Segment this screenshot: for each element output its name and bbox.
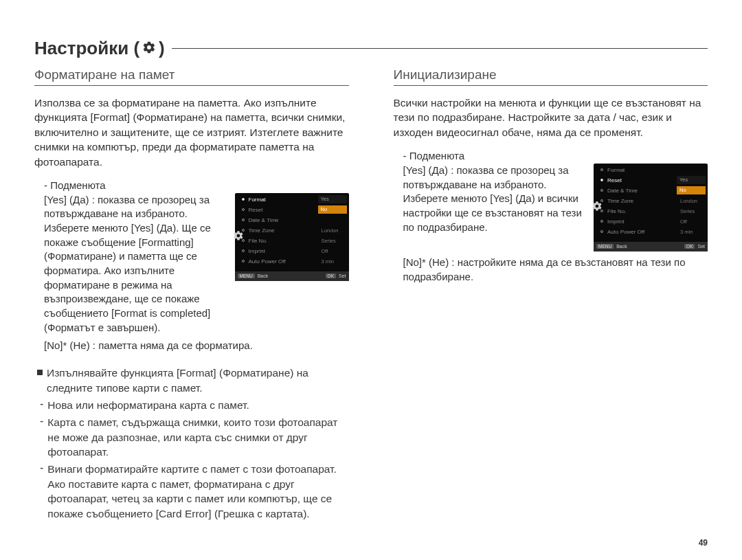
reset-yes-label: [Yes] (Да) : <box>403 164 454 176</box>
lcd-set-label: Set <box>697 244 705 249</box>
lcd-ok-button: OK <box>684 244 695 249</box>
lcd-option-yes: Yes <box>318 195 347 203</box>
format-yes-label: [Yes] (Да) : <box>44 194 95 205</box>
lcd-menu-button: MENU <box>238 273 255 278</box>
lcd-item: Format <box>607 167 708 173</box>
format-dash-1: Нова или неформатирана карта с памет. <box>47 398 348 412</box>
lcd-item: Date & Time <box>249 217 322 223</box>
column-format: Форматиране на памет Използва се за форм… <box>34 67 349 521</box>
reset-intro: Всички настройки на менюта и функции ще … <box>394 96 708 139</box>
format-no-row: [No]* (Не) : паметта няма да се форматир… <box>34 339 349 353</box>
format-dash-3: Винаги форматирайте картите с памет с то… <box>47 462 348 521</box>
format-submenus-label: - Подменюта <box>34 179 349 193</box>
lcd-menu-button: MENU <box>596 244 614 249</box>
title-rule <box>172 48 708 49</box>
lcd-screenshot-format: Format Yes Reset No Date & Time Time Zon… <box>235 193 349 281</box>
lcd-option-yes: Yes <box>677 176 706 184</box>
format-no-label: [No]* (Не) : <box>44 339 95 351</box>
lcd-set-label: Set <box>339 273 346 278</box>
lcd-screenshot-reset: Format Reset Yes Date & Time No Time Zon… <box>594 164 708 251</box>
lcd-bottom-bar: MENU Back OK Set <box>235 271 349 281</box>
lcd-item: Imprint <box>249 248 322 254</box>
reset-no-row: [No]* (Не) : настройките няма да се възс… <box>394 256 708 284</box>
section-heading-format: Форматиране на памет <box>34 67 349 86</box>
page-title-prefix: Настройки ( <box>34 38 139 59</box>
lcd-item: Auto Power Off <box>249 258 322 265</box>
lcd-item: File No. <box>249 238 322 244</box>
page-title: Настройки ( ) <box>34 38 708 59</box>
format-yes-text: показва се прозорец за потвърждаване на … <box>44 194 211 333</box>
lcd-item: Time Zone <box>249 227 322 234</box>
column-reset: Инициализиране Всички настройки на менют… <box>394 67 708 521</box>
lcd-item: Time Zone <box>607 198 680 204</box>
lcd-item: Imprint <box>607 219 680 225</box>
lcd-ok-button: OK <box>326 273 336 278</box>
reset-no-label: [No]* (Не) : <box>403 256 455 268</box>
format-no-text: паметта няма да се форматира. <box>98 339 253 351</box>
page-number: 49 <box>699 538 708 548</box>
gear-icon <box>142 38 156 59</box>
lcd-item: Auto Power Off <box>607 229 680 235</box>
format-dash-2: Карта с памет, съдържаща снимки, които т… <box>47 415 348 459</box>
square-bullet-icon <box>37 370 43 375</box>
lcd-option-no: No <box>318 205 347 214</box>
section-heading-reset: Инициализиране <box>394 67 708 86</box>
lcd-option-no: No <box>677 186 706 194</box>
reset-submenus-label: - Подменюта <box>394 149 708 164</box>
page-title-suffix: ) <box>159 38 165 59</box>
format-bullet: Изпълнявайте функцията [Format] (Формати… <box>47 366 349 395</box>
format-intro: Използва се за форматиране на паметта. А… <box>34 96 349 169</box>
lcd-back-label: Back <box>616 244 627 249</box>
lcd-item: File No. <box>607 208 680 214</box>
lcd-bottom-bar: MENU Back OK Set <box>594 242 708 251</box>
lcd-back-label: Back <box>258 273 269 278</box>
